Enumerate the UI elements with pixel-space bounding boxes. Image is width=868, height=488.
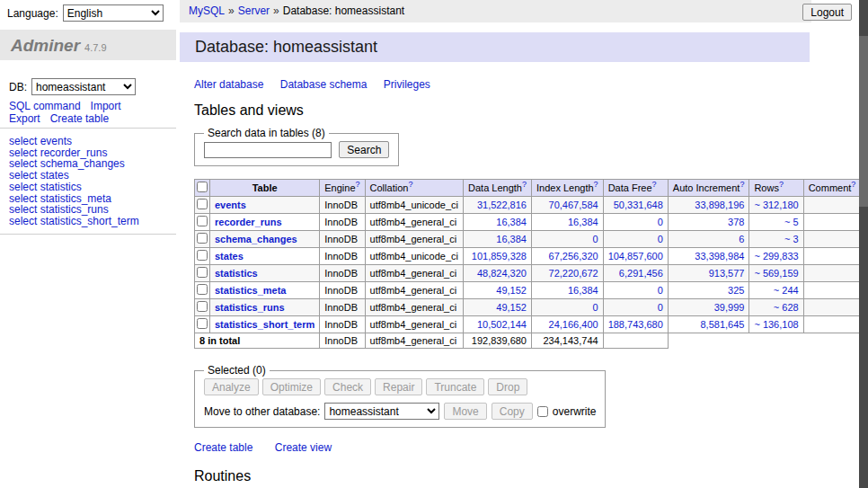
auto-increment-link[interactable]: 33,398,984 bbox=[695, 251, 744, 262]
breadcrumb-mysql-link[interactable]: MySQL bbox=[189, 4, 225, 17]
import-link[interactable]: Import bbox=[91, 100, 121, 112]
index-length-link[interactable]: 0 bbox=[593, 302, 598, 313]
adminer-logo[interactable]: Adminer bbox=[11, 36, 80, 55]
row-checkbox[interactable] bbox=[197, 250, 208, 261]
rows-link[interactable]: ~ 569,159 bbox=[754, 268, 798, 279]
sidebar-table-link[interactable]: select states bbox=[9, 170, 139, 182]
name-link[interactable]: statistics_runs bbox=[215, 302, 285, 313]
data-length-link[interactable]: 16,384 bbox=[496, 234, 527, 244]
cell-comment bbox=[803, 231, 861, 248]
index-length-link[interactable]: 24,166,400 bbox=[549, 319, 598, 330]
rows-link[interactable]: ~ 628 bbox=[774, 302, 799, 313]
row-checkbox[interactable] bbox=[197, 199, 208, 209]
rows-link[interactable]: ~ 3 bbox=[784, 234, 799, 244]
column-help-link[interactable]: ? bbox=[652, 182, 657, 193]
sidebar-table-link[interactable]: select events bbox=[9, 136, 139, 147]
data-length-link[interactable]: 49,152 bbox=[496, 285, 527, 296]
auto-increment-link[interactable]: 8,581,645 bbox=[700, 319, 744, 330]
overwrite-checkbox[interactable] bbox=[537, 406, 548, 417]
column-help-link[interactable]: ? bbox=[356, 182, 360, 193]
rows-link[interactable]: ~ 244 bbox=[774, 285, 799, 296]
auto-increment-link[interactable]: 33,898,196 bbox=[695, 200, 744, 210]
repair-button[interactable]: Repair bbox=[375, 378, 422, 395]
index-length-link[interactable]: 70,467,584 bbox=[549, 200, 598, 210]
index-length-link[interactable]: 16,384 bbox=[568, 285, 598, 296]
name-link[interactable]: recorder_runs bbox=[215, 217, 282, 227]
name-link[interactable]: schema_changes bbox=[215, 234, 297, 244]
create-view-link[interactable]: Create view bbox=[275, 441, 332, 454]
name-link[interactable]: statistics_meta bbox=[215, 285, 287, 296]
data-free-link[interactable]: 0 bbox=[658, 302, 663, 313]
create-table-link[interactable]: Create table bbox=[50, 112, 109, 125]
data-length-link[interactable]: 31,522,816 bbox=[477, 200, 527, 210]
optimize-button[interactable]: Optimize bbox=[262, 378, 321, 395]
data-length-link[interactable]: 10,502,144 bbox=[477, 319, 527, 330]
data-free-link[interactable]: 50,331,648 bbox=[614, 200, 663, 210]
index-length-link[interactable]: 16,384 bbox=[568, 217, 598, 227]
name-link[interactable]: statistics_short_term bbox=[215, 319, 314, 330]
scrollbar-thumb[interactable] bbox=[859, 36, 868, 207]
row-checkbox[interactable] bbox=[197, 318, 208, 329]
logout-button[interactable]: Logout bbox=[802, 4, 852, 21]
name-link[interactable]: statistics bbox=[215, 268, 258, 279]
database-schema-link[interactable]: Database schema bbox=[280, 78, 368, 91]
data-length-link[interactable]: 48,824,320 bbox=[477, 268, 527, 279]
alter-database-link[interactable]: Alter database bbox=[194, 78, 263, 91]
column-help-link[interactable]: ? bbox=[779, 182, 784, 193]
name-link[interactable]: states bbox=[215, 251, 244, 262]
column-help-link[interactable]: ? bbox=[851, 182, 855, 193]
sql-command-link[interactable]: SQL command bbox=[9, 100, 81, 112]
rows-link[interactable]: ~ 299,833 bbox=[754, 251, 798, 262]
auto-increment-link[interactable]: 325 bbox=[728, 285, 744, 296]
move-database-select[interactable]: homeassistant bbox=[324, 403, 439, 420]
data-length-link[interactable]: 16,384 bbox=[496, 217, 527, 227]
db-select[interactable]: homeassistant bbox=[31, 78, 136, 95]
column-help-link[interactable]: ? bbox=[740, 182, 744, 193]
row-checkbox[interactable] bbox=[197, 301, 208, 312]
sidebar-table-link[interactable]: select statistics bbox=[9, 182, 139, 193]
index-length-link[interactable]: 0 bbox=[593, 234, 598, 244]
data-free-link[interactable]: 0 bbox=[658, 217, 663, 227]
auto-increment-link[interactable]: 6 bbox=[739, 234, 744, 244]
data-free-link[interactable]: 188,743,680 bbox=[608, 319, 663, 330]
row-checkbox[interactable] bbox=[197, 284, 208, 295]
index-length-link[interactable]: 72,220,672 bbox=[549, 268, 598, 279]
drop-button[interactable]: Drop bbox=[488, 378, 527, 395]
check-button[interactable]: Check bbox=[324, 378, 371, 395]
column-help-link[interactable]: ? bbox=[522, 182, 527, 193]
language-select[interactable]: English bbox=[63, 4, 164, 22]
move-button[interactable]: Move bbox=[444, 403, 486, 420]
privileges-link[interactable]: Privileges bbox=[384, 78, 430, 91]
column-help-link[interactable]: ? bbox=[408, 182, 412, 193]
data-length-link[interactable]: 101,859,328 bbox=[472, 251, 527, 262]
row-checkbox[interactable] bbox=[197, 267, 208, 278]
data-length-link[interactable]: 49,152 bbox=[496, 302, 527, 313]
export-link[interactable]: Export bbox=[9, 112, 40, 125]
data-free-link[interactable]: 6,291,456 bbox=[619, 268, 663, 279]
copy-button[interactable]: Copy bbox=[492, 403, 533, 420]
column-header-label: Comment bbox=[809, 182, 852, 193]
data-free-link[interactable]: 0 bbox=[658, 234, 663, 244]
data-free-link[interactable]: 0 bbox=[658, 285, 663, 296]
create-table-link-main[interactable]: Create table bbox=[194, 441, 252, 454]
auto-increment-link[interactable]: 39,999 bbox=[714, 302, 745, 313]
column-help-link[interactable]: ? bbox=[594, 182, 598, 193]
row-checkbox[interactable] bbox=[197, 233, 208, 244]
rows-link[interactable]: ~ 136,108 bbox=[754, 319, 798, 330]
auto-increment-link[interactable]: 913,577 bbox=[709, 268, 745, 279]
name-link[interactable]: events bbox=[215, 200, 246, 210]
data-free-link[interactable]: 104,857,600 bbox=[608, 251, 663, 262]
select-all-checkbox[interactable] bbox=[197, 182, 208, 192]
search-button[interactable]: Search bbox=[339, 141, 389, 158]
search-input[interactable] bbox=[204, 142, 332, 158]
row-checkbox[interactable] bbox=[197, 216, 208, 226]
vertical-scrollbar[interactable] bbox=[859, 0, 868, 488]
truncate-button[interactable]: Truncate bbox=[426, 378, 484, 395]
index-length-link[interactable]: 67,256,320 bbox=[549, 251, 598, 262]
rows-link[interactable]: ~ 312,180 bbox=[754, 200, 798, 210]
breadcrumb-server-link[interactable]: Server bbox=[238, 4, 270, 17]
sidebar-table-link[interactable]: select statistics_short_term bbox=[9, 216, 139, 227]
auto-increment-link[interactable]: 378 bbox=[728, 217, 744, 227]
rows-link[interactable]: ~ 5 bbox=[784, 217, 799, 227]
analyze-button[interactable]: Analyze bbox=[204, 378, 259, 395]
